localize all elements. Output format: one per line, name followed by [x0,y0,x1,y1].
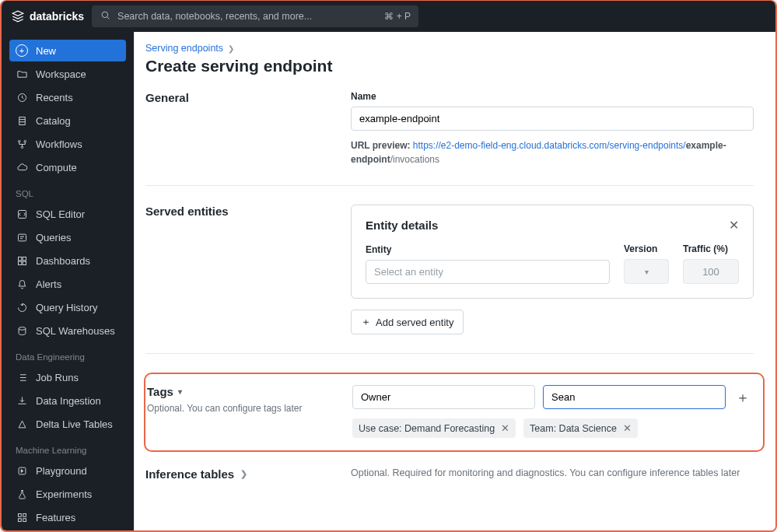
svg-line-1 [107,17,110,19]
general-heading: General [145,91,332,104]
search-input[interactable] [117,11,378,22]
plus-circle-icon: + [16,44,28,57]
search-shortcut: ⌘ + P [384,11,411,22]
sidebar-item-recents[interactable]: Recents [9,86,126,108]
remove-tag-icon[interactable]: ✕ [623,422,632,434]
chevron-down-icon[interactable]: ▾ [178,387,182,396]
sidebar-item-features[interactable]: Features [9,506,126,528]
new-button[interactable]: + New [9,40,126,61]
svg-rect-16 [18,518,21,521]
sidebar: + New Workspace Recents Catalog Workflow… [2,32,134,530]
sidebar-item-alerts[interactable]: Alerts [9,273,126,295]
chevron-right-icon: ❯ [228,44,234,53]
svg-rect-15 [23,513,26,516]
sidebar-item-data-ingestion[interactable]: Data Ingestion [9,390,126,411]
playground-icon [16,464,28,477]
served-entities-heading: Served entities [145,205,332,218]
tags-subtitle: Optional. You can configure tags later [147,403,334,414]
entity-select[interactable]: Select an entity [366,260,610,284]
page-title: Create serving endpoint [145,57,754,75]
svg-point-4 [24,140,26,142]
svg-rect-11 [23,261,26,264]
endpoint-name-input[interactable] [351,107,754,131]
sidebar-item-workspace[interactable]: Workspace [9,63,126,85]
list-icon [16,371,28,383]
sidebar-item-job-runs[interactable]: Job Runs [9,366,126,388]
tags-heading: Tags ▾ [147,385,334,398]
svg-point-0 [102,12,108,18]
entity-details-title: Entity details [366,219,438,232]
queries-icon [16,231,28,243]
global-search[interactable]: ⌘ + P [92,5,418,27]
plus-icon: ＋ [361,315,371,329]
search-icon [100,9,111,23]
cloud-icon [16,161,28,173]
name-label: Name [351,91,754,102]
ingestion-icon [16,394,28,407]
svg-rect-9 [23,257,26,260]
sidebar-item-compute[interactable]: Compute [9,156,126,178]
chevron-right-icon: ❯ [240,469,247,479]
catalog-icon [16,114,28,127]
add-served-entity-button[interactable]: ＋ Add served entity [351,310,464,334]
entity-details-panel: Entity details ✕ Entity Select an entity… [351,205,754,299]
svg-point-3 [18,140,20,142]
brand-name: databricks [30,10,84,23]
delta-icon [16,418,28,430]
bell-icon [16,278,28,290]
tag-chip: Use case: Demand Forecasting ✕ [352,418,516,438]
sidebar-item-query-history[interactable]: Query History [9,296,126,318]
main-content: Serving endpoints ❯ Create serving endpo… [134,32,775,530]
sql-section-header: SQL [9,180,126,201]
ml-section-header: Machine Learning [9,436,126,458]
plus-icon: ＋ [736,388,750,407]
version-select[interactable]: ▾ [624,259,669,284]
sidebar-item-delta-live-tables[interactable]: Delta Live Tables [9,413,126,435]
sidebar-item-playground[interactable]: Playground [9,460,126,481]
clock-icon [16,91,28,103]
inference-note: Optional. Required for monitoring and di… [351,467,754,481]
history-icon [16,301,28,313]
sidebar-item-experiments[interactable]: Experiments [9,483,126,505]
de-section-header: Data Engineering [9,343,126,365]
workflows-icon [16,138,28,150]
warehouse-icon [16,324,28,337]
features-icon [16,511,28,523]
dashboard-icon [16,254,28,267]
new-label: New [36,45,56,57]
sidebar-item-workflows[interactable]: Workflows [9,133,126,155]
flask-icon [16,488,28,500]
databricks-logo-icon [11,9,25,23]
tags-section-highlight: Tags ▾ Optional. You can configure tags … [144,373,765,452]
svg-rect-14 [18,513,21,516]
url-preview: URL preview: https://e2-demo-field-eng.c… [351,138,754,166]
tag-key-input[interactable] [352,385,535,409]
breadcrumb-parent[interactable]: Serving endpoints [145,43,223,54]
svg-point-5 [21,146,23,149]
tag-value-input[interactable] [543,385,726,409]
sidebar-item-models[interactable]: Models [9,530,126,530]
svg-rect-7 [18,234,26,241]
chevron-down-icon: ▾ [645,268,649,276]
remove-tag-icon[interactable]: ✕ [501,422,509,434]
sidebar-item-sql-editor[interactable]: SQL Editor [9,203,126,225]
add-tag-button[interactable]: ＋ [733,388,752,407]
breadcrumb: Serving endpoints ❯ [145,43,754,54]
editor-icon [16,208,28,220]
sidebar-item-catalog[interactable]: Catalog [9,110,126,131]
sidebar-item-sql-warehouses[interactable]: SQL Warehouses [9,320,126,341]
entity-label: Entity [366,244,610,255]
brand: databricks [11,9,84,23]
tag-chip: Team: Data Science ✕ [523,418,638,438]
version-label: Version [624,243,669,254]
svg-rect-17 [23,518,26,521]
svg-point-12 [19,327,26,330]
inference-tables-heading[interactable]: Inference tables ❯ [145,467,332,481]
close-icon[interactable]: ✕ [729,218,739,233]
folder-icon [16,68,28,80]
traffic-input[interactable]: 100 [683,259,739,284]
sidebar-item-dashboards[interactable]: Dashboards [9,250,126,271]
sidebar-item-queries[interactable]: Queries [9,226,126,248]
traffic-label: Traffic (%) [683,243,739,254]
svg-rect-8 [18,257,21,260]
